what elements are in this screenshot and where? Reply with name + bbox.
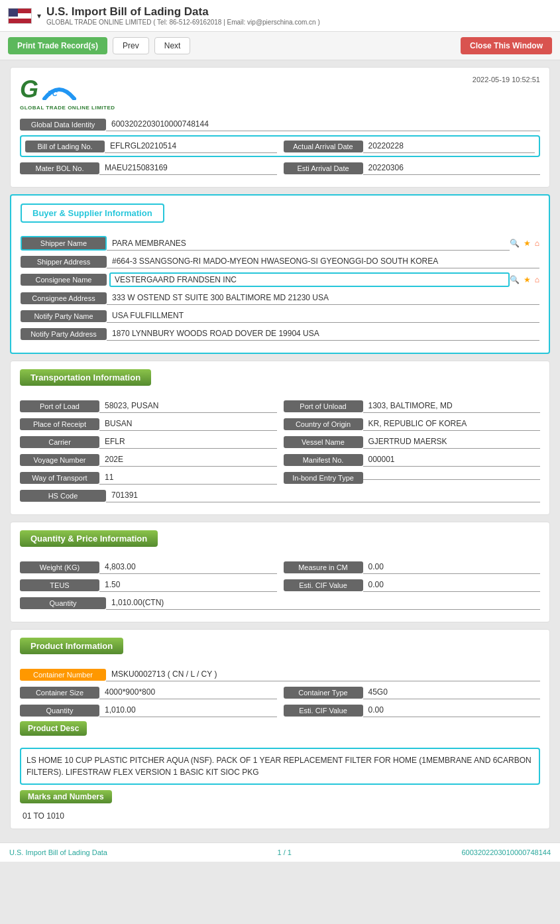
consignee-address-row: Consignee Address 333 W OSTEND ST SUITE … xyxy=(21,291,539,305)
consignee-star-icon[interactable]: ★ xyxy=(524,275,531,284)
inbond-entry-value xyxy=(363,475,541,480)
manifest-no-value: 000001 xyxy=(363,453,541,467)
logo-text: GLOBAL TRADE ONLINE LIMITED xyxy=(20,105,115,111)
consignee-address-label: Consignee Address xyxy=(21,292,107,304)
weight-kg-value: 4,803.00 xyxy=(99,560,277,574)
port-of-unload-value: 1303, BALTIMORE, MD xyxy=(363,399,541,413)
voyage-number-value: 202E xyxy=(99,453,277,467)
port-of-load-value: 58023, PUSAN xyxy=(99,399,277,413)
footer-center: 1 / 1 xyxy=(277,848,291,856)
master-bol-value: MAEU215083169 xyxy=(99,161,277,175)
shipper-address-value: #664-3 SSANGSONG-RI MADO-MYEON HWASEONG-… xyxy=(107,255,539,268)
notify-party-label: Notify Party Name xyxy=(21,310,107,322)
logo-arc-icon: TC xyxy=(41,79,78,100)
notify-party-row: Notify Party Name USA FULFILLMENT xyxy=(21,309,539,323)
timestamp: 2022-05-19 10:52:51 xyxy=(473,76,540,84)
shipper-name-value: PARA MEMBRANES xyxy=(107,237,510,251)
place-of-receipt-label: Place of Receipt xyxy=(20,418,99,430)
esti-cif-label: Esti. CIF Value xyxy=(284,579,363,591)
teus-label: TEUS xyxy=(20,579,99,591)
container-size-value: 4000*900*800 xyxy=(99,685,277,699)
product-quantity-cif-row: Quantity 1,010.00 Esti. CIF Value 0.00 xyxy=(20,703,540,717)
hs-code-label: HS Code xyxy=(20,490,106,502)
notify-party-value: USA FULFILLMENT xyxy=(107,309,539,323)
toolbar: Print Trade Record(s) Prev Next Close Th… xyxy=(0,32,560,60)
carrier-value: EFLR xyxy=(99,435,277,449)
global-data-label: Global Data Identity xyxy=(20,119,106,131)
shipper-star-icon[interactable]: ★ xyxy=(524,239,531,248)
consignee-home-icon[interactable]: ⌂ xyxy=(535,275,539,284)
print-button[interactable]: Print Trade Record(s) xyxy=(8,37,107,54)
container-size-label: Container Size xyxy=(20,687,99,699)
transportation-card: Transportation Information Port of Load … xyxy=(10,361,550,515)
manifest-no-label: Manifest No. xyxy=(284,454,363,466)
close-window-button[interactable]: Close This Window xyxy=(461,37,552,54)
transportation-section-title: Transportation Information xyxy=(20,369,151,386)
header-title: U.S. Import Bill of Lading Data xyxy=(46,5,320,19)
flag-dropdown-icon[interactable]: ▾ xyxy=(37,11,41,21)
marks-value: 01 TO 1010 xyxy=(20,811,540,821)
marks-header-row: Marks and Numbers xyxy=(20,790,540,807)
logo: G TC GLOBAL TRADE ONLINE LIMITED xyxy=(20,76,115,111)
teus-cif-row: TEUS 1.50 Esti. CIF Value 0.00 xyxy=(20,578,540,592)
footer-right: 6003202203010000748144 xyxy=(461,848,551,856)
product-esti-cif-value: 0.00 xyxy=(363,703,541,717)
voyage-number-label: Voyage Number xyxy=(20,454,99,466)
product-desc-section: Product Desc xyxy=(20,721,540,742)
product-info-card: Product Information Container Number MSK… xyxy=(10,629,550,829)
shipper-home-icon[interactable]: ⌂ xyxy=(535,239,539,248)
actual-arrival-field: Actual Arrival Date 20220228 xyxy=(284,139,535,153)
measure-value: 0.00 xyxy=(363,560,541,574)
teus-value: 1.50 xyxy=(99,578,277,592)
consignee-name-label: Consignee Name xyxy=(21,274,107,286)
bol-field: Bill of Lading No. EFLRGL20210514 xyxy=(25,139,277,153)
consignee-address-value: 333 W OSTEND ST SUITE 300 BALTIMORE MD 2… xyxy=(107,291,539,305)
svg-text:TC: TC xyxy=(48,89,58,97)
hs-code-row: HS Code 701391 xyxy=(20,489,540,502)
product-desc-box: LS HOME 10 CUP PLASTIC PITCHER AQUA (NSF… xyxy=(20,748,540,785)
shipper-name-row: Shipper Name PARA MEMBRANES 🔍 ★ ⌂ xyxy=(21,236,539,251)
place-of-receipt-value: BUSAN xyxy=(99,417,277,431)
prev-button[interactable]: Prev xyxy=(113,37,149,54)
next-button[interactable]: Next xyxy=(154,37,191,54)
container-type-label: Container Type xyxy=(284,687,363,699)
master-bol-row: Mater BOL No. MAEU215083169 Esti Arrival… xyxy=(20,161,540,175)
inbond-entry-label: In-bond Entry Type xyxy=(284,472,363,484)
notify-party-address-label: Notify Party Address xyxy=(21,328,107,340)
quantity-price-card: Quantity & Price Information Weight (KG)… xyxy=(10,522,550,622)
actual-arrival-label: Actual Arrival Date xyxy=(284,141,363,152)
quantity-value: 1,010.00(CTN) xyxy=(106,596,540,610)
country-of-origin-value: KR, REPUBLIC OF KOREA xyxy=(363,417,541,431)
product-quantity-label: Quantity xyxy=(20,705,99,717)
bol-highlight-box: Bill of Lading No. EFLRGL20210514 Actual… xyxy=(20,135,540,157)
way-of-transport-value: 11 xyxy=(99,471,277,485)
product-desc-header: Product Desc xyxy=(20,721,87,736)
weight-measure-row: Weight (KG) 4,803.00 Measure in CM 0.00 xyxy=(20,560,540,574)
product-desc-value: LS HOME 10 CUP PLASTIC PITCHER AQUA (NSF… xyxy=(27,756,532,777)
actual-arrival-value: 20220228 xyxy=(363,139,535,153)
port-of-unload-label: Port of Unload xyxy=(284,400,363,412)
consignee-name-value: VESTERGAARD FRANDSEN INC xyxy=(109,272,510,287)
quantity-row: Quantity 1,010.00(CTN) xyxy=(20,596,540,610)
container-number-row: Container Number MSKU0002713 ( CN / L / … xyxy=(20,667,540,681)
us-flag-icon xyxy=(8,8,32,24)
esti-arrival-value: 20220306 xyxy=(363,161,541,175)
global-data-row: Global Data Identity 6003202203010000748… xyxy=(20,117,540,131)
esti-cif-value: 0.00 xyxy=(363,578,541,592)
product-esti-cif-label: Esti. CIF Value xyxy=(284,705,363,717)
buyer-supplier-card: Buyer & Supplier Information Shipper Nam… xyxy=(10,194,550,354)
consignee-search-icon[interactable]: 🔍 xyxy=(510,275,520,284)
shipper-name-label: Shipper Name xyxy=(21,236,107,251)
header-bar: ▾ U.S. Import Bill of Lading Data GLOBAL… xyxy=(0,0,560,32)
master-bol-label: Mater BOL No. xyxy=(20,162,99,174)
product-info-section-title: Product Information xyxy=(20,638,123,654)
voyage-manifest-row: Voyage Number 202E Manifest No. 000001 xyxy=(20,453,540,467)
shipper-address-row: Shipper Address #664-3 SSANGSONG-RI MADO… xyxy=(21,255,539,268)
header-subtitle: GLOBAL TRADE ONLINE LIMITED ( Tel: 86-51… xyxy=(46,19,320,26)
product-quantity-value: 1,010.00 xyxy=(99,703,277,717)
buyer-supplier-section-title: Buyer & Supplier Information xyxy=(21,203,164,223)
notify-party-address-row: Notify Party Address 1870 LYNNBURY WOODS… xyxy=(21,327,539,341)
port-of-load-label: Port of Load xyxy=(20,400,99,412)
main-content: G TC GLOBAL TRADE ONLINE LIMITED 2022-05… xyxy=(0,60,560,842)
shipper-search-icon[interactable]: 🔍 xyxy=(510,239,520,248)
